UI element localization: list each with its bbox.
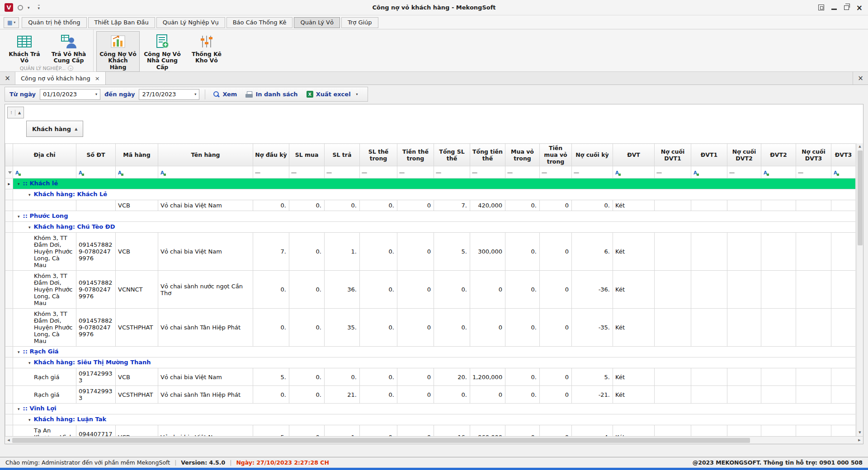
cell[interactable]: VCB: [116, 233, 158, 271]
cell[interactable]: Vỏ chai bia Việt Nam: [158, 368, 253, 386]
column-header[interactable]: Tổng tiền thế: [470, 144, 505, 166]
cell[interactable]: 0917429933: [76, 368, 116, 386]
ribbon-tab[interactable]: Báo Cáo Thống Kê: [226, 17, 293, 28]
group-row[interactable]: ▾:: Vĩnh Lợi: [5, 404, 856, 414]
cell[interactable]: 0: [397, 368, 434, 386]
cell[interactable]: 0.: [572, 200, 613, 211]
cell[interactable]: [727, 233, 761, 271]
cell[interactable]: 0: [397, 271, 434, 309]
cell[interactable]: VCNNCT: [116, 271, 158, 309]
minimize-button[interactable]: [831, 9, 837, 10]
cell[interactable]: 0: [470, 386, 505, 404]
cell[interactable]: 0: [397, 386, 434, 404]
cell[interactable]: [727, 368, 761, 386]
cell[interactable]: Két: [613, 233, 655, 271]
horizontal-scroll-thumb[interactable]: [12, 438, 750, 443]
cell[interactable]: 0: [540, 200, 572, 211]
cell[interactable]: Rạch giá: [13, 386, 76, 404]
cell[interactable]: [796, 233, 831, 271]
cell[interactable]: 0.: [505, 425, 540, 437]
scroll-left-icon[interactable]: ◀: [5, 438, 12, 442]
cell[interactable]: 0.: [360, 425, 397, 437]
cell[interactable]: 0.: [289, 271, 325, 309]
collapse-icon[interactable]: ▾: [18, 407, 20, 411]
cell[interactable]: Tạ An Khương, Vĩnh lợi: [13, 425, 76, 437]
cell[interactable]: Khóm 3, TT Đầm Dơi, Huyện Phước Long, Cà…: [13, 233, 76, 271]
column-header[interactable]: SL trả: [325, 144, 360, 166]
collapse-icon[interactable]: ▾: [18, 350, 20, 354]
cell[interactable]: 0.: [360, 233, 397, 271]
column-header[interactable]: Nợ cuối DVT1: [655, 144, 691, 166]
close-button[interactable]: ×: [856, 5, 863, 11]
filter-cell[interactable]: [727, 166, 761, 179]
cell[interactable]: [655, 309, 691, 347]
cell[interactable]: 0: [397, 233, 434, 271]
cell[interactable]: 0.: [325, 200, 360, 211]
cell[interactable]: [691, 309, 727, 347]
cell[interactable]: 7.: [253, 233, 289, 271]
cell[interactable]: 0.: [434, 309, 470, 347]
cell[interactable]: 0.: [289, 200, 325, 211]
cell[interactable]: [655, 233, 691, 271]
group-row[interactable]: ▾:: Rạch Giá: [5, 347, 856, 357]
cell[interactable]: [831, 309, 856, 347]
tab-close-icon[interactable]: ×: [95, 75, 100, 82]
cell[interactable]: [727, 425, 761, 437]
ribbon-tab[interactable]: Quản trị hệ thống: [22, 17, 86, 28]
cell[interactable]: 0914578829-07802479976: [76, 271, 116, 309]
column-header[interactable]: Nợ đầu kỳ: [253, 144, 289, 166]
filter-cell[interactable]: A: [116, 166, 158, 179]
table-row[interactable]: VCBVỏ chai bia Việt Nam0.0.0.0.07.420,00…: [5, 200, 856, 211]
cell[interactable]: [761, 386, 796, 404]
cell[interactable]: [76, 200, 116, 211]
collapse-icon[interactable]: ▾: [28, 361, 31, 365]
collapse-icon[interactable]: ▾: [28, 418, 31, 422]
cell[interactable]: [796, 386, 831, 404]
cell[interactable]: [727, 200, 761, 211]
cell[interactable]: 1.: [325, 425, 360, 437]
table-row[interactable]: Khóm 3, TT Đầm Dơi, Huyện Phước Long, Cà…: [5, 309, 856, 347]
column-header[interactable]: Tên hàng: [158, 144, 253, 166]
cell[interactable]: [655, 368, 691, 386]
cell[interactable]: Khóm 3, TT Đầm Dơi, Huyện Phước Long, Cà…: [13, 309, 76, 347]
cell[interactable]: [831, 425, 856, 437]
export-excel-button[interactable]: X Xuất excel ▾: [304, 89, 363, 99]
cell[interactable]: 21.: [325, 386, 360, 404]
cell[interactable]: [655, 200, 691, 211]
cell[interactable]: 0: [397, 425, 434, 437]
cell[interactable]: [796, 200, 831, 211]
document-tab[interactable]: Công nợ vỏ khách hàng ×: [15, 72, 106, 85]
cell[interactable]: 0: [470, 309, 505, 347]
ribbon-tab[interactable]: Trợ Giúp: [341, 17, 378, 28]
cell[interactable]: 0.: [505, 271, 540, 309]
cell[interactable]: 5.: [434, 233, 470, 271]
view-button[interactable]: Xem: [211, 89, 239, 99]
filter-cell[interactable]: [360, 166, 397, 179]
column-header[interactable]: Nợ cuối DVT2: [727, 144, 761, 166]
cell[interactable]: 0.: [325, 368, 360, 386]
group-row[interactable]: ▾Khách hàng: Siêu Thị Mường Thanh: [5, 357, 856, 368]
column-header[interactable]: Mã hàng: [116, 144, 158, 166]
cell[interactable]: 36.: [325, 271, 360, 309]
print-list-button[interactable]: In danh sách: [243, 89, 300, 99]
column-header[interactable]: Tiền thế trong: [397, 144, 434, 166]
filter-cell[interactable]: [655, 166, 691, 179]
cell[interactable]: [796, 309, 831, 347]
column-header[interactable]: ĐVT1: [691, 144, 727, 166]
cell[interactable]: VCB: [116, 368, 158, 386]
filter-cell[interactable]: [397, 166, 434, 179]
cell[interactable]: 0: [470, 271, 505, 309]
chevron-down-icon[interactable]: ▾: [354, 92, 361, 96]
cell[interactable]: [13, 200, 76, 211]
cell[interactable]: Vỏ chai sành nước ngọt Cần Thơ: [158, 271, 253, 309]
cell[interactable]: 0914578829-07802479976: [76, 233, 116, 271]
ribbon-menu-button[interactable]: ▦ ▾: [4, 17, 19, 28]
cell[interactable]: [761, 200, 796, 211]
group-by-panel[interactable]: ⁝ ▲ Khách hàng ▲: [5, 104, 863, 143]
filter-cell[interactable]: [505, 166, 540, 179]
cell[interactable]: [691, 425, 727, 437]
group-launcher-icon[interactable]: ⌄: [68, 66, 73, 71]
cell[interactable]: [727, 271, 761, 309]
cell[interactable]: Vỏ chai sành Tân Hiệp Phát: [158, 386, 253, 404]
group-row[interactable]: ▾Khách hàng: Luận Tak: [5, 414, 856, 425]
